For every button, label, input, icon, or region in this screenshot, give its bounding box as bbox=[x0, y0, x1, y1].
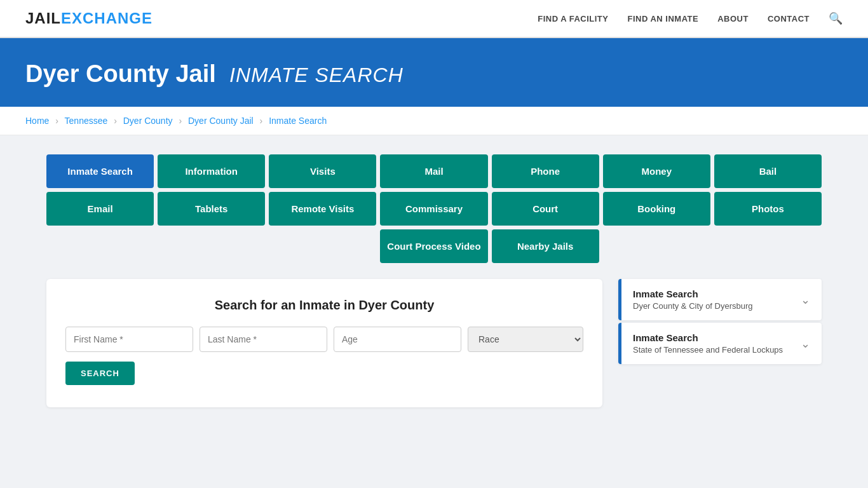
hero-title: Dyer County Jail bbox=[25, 60, 216, 87]
logo-exchange: EXCHANGE bbox=[61, 10, 153, 27]
sidebar-card-tennessee: Inmate Search State of Tennessee and Fed… bbox=[618, 323, 822, 364]
breadcrumb-dyer-county-jail[interactable]: Dyer County Jail bbox=[188, 116, 254, 126]
breadcrumb-dyer-county[interactable]: Dyer County bbox=[123, 116, 173, 126]
breadcrumb-sep-4: › bbox=[260, 116, 263, 126]
btn-money[interactable]: Money bbox=[603, 154, 710, 188]
sidebar-card-dyer-county-header[interactable]: Inmate Search Dyer County & City of Dyer… bbox=[618, 279, 822, 320]
breadcrumb-home[interactable]: Home bbox=[25, 116, 49, 126]
search-panel: Search for an Inmate in Dyer County Race… bbox=[46, 279, 602, 407]
btn-mail[interactable]: Mail bbox=[380, 154, 487, 188]
search-icon-button[interactable]: 🔍 bbox=[829, 11, 843, 25]
logo-jail: JAIL bbox=[25, 10, 61, 27]
btn-photos[interactable]: Photos bbox=[714, 192, 822, 226]
btn-email[interactable]: Email bbox=[46, 192, 154, 226]
search-button[interactable]: SEARCH bbox=[65, 362, 135, 385]
nav-links: FIND A FACILITY FIND AN INMATE ABOUT CON… bbox=[538, 11, 843, 25]
nav-buttons-row2: Email Tablets Remote Visits Commissary C… bbox=[46, 192, 822, 226]
breadcrumb-sep-3: › bbox=[179, 116, 182, 126]
btn-remote-visits[interactable]: Remote Visits bbox=[269, 192, 376, 226]
age-input[interactable] bbox=[334, 327, 461, 352]
btn-tablets[interactable]: Tablets bbox=[158, 192, 265, 226]
btn-court[interactable]: Court bbox=[492, 192, 599, 226]
nav-buttons-row1: Inmate Search Information Visits Mail Ph… bbox=[46, 154, 822, 188]
main-content: Inmate Search Information Visits Mail Ph… bbox=[21, 135, 847, 426]
sidebar: Inmate Search Dyer County & City of Dyer… bbox=[618, 279, 822, 367]
btn-phone[interactable]: Phone bbox=[492, 154, 599, 188]
breadcrumb-sep-1: › bbox=[55, 116, 58, 126]
sidebar-card-dyer-county-title: Inmate Search bbox=[633, 288, 753, 299]
btn-information[interactable]: Information bbox=[158, 154, 265, 188]
chevron-down-icon-2: ⌄ bbox=[801, 337, 810, 351]
hero-banner: Dyer County Jail INMATE SEARCH bbox=[0, 38, 868, 107]
sidebar-card-tennessee-text: Inmate Search State of Tennessee and Fed… bbox=[633, 332, 783, 355]
nav-contact[interactable]: CONTACT bbox=[768, 14, 810, 24]
breadcrumb-tennessee[interactable]: Tennessee bbox=[65, 116, 108, 126]
btn-bail[interactable]: Bail bbox=[714, 154, 822, 188]
first-name-input[interactable] bbox=[65, 327, 193, 352]
race-select[interactable]: Race White Black Hispanic Asian Other bbox=[468, 327, 583, 352]
last-name-input[interactable] bbox=[200, 327, 327, 352]
sidebar-card-dyer-county-text: Inmate Search Dyer County & City of Dyer… bbox=[633, 288, 753, 311]
nav-about[interactable]: ABOUT bbox=[717, 14, 749, 24]
btn-visits[interactable]: Visits bbox=[269, 154, 376, 188]
btn-nearby-jails[interactable]: Nearby Jails bbox=[492, 229, 599, 263]
breadcrumb-inmate-search[interactable]: Inmate Search bbox=[269, 116, 327, 126]
breadcrumb-sep-2: › bbox=[114, 116, 117, 126]
logo[interactable]: JAILEXCHANGE bbox=[25, 10, 153, 27]
sidebar-card-tennessee-header[interactable]: Inmate Search State of Tennessee and Fed… bbox=[618, 323, 822, 364]
hero-subtitle: INMATE SEARCH bbox=[229, 64, 403, 86]
chevron-down-icon-1: ⌄ bbox=[801, 293, 810, 307]
btn-commissary[interactable]: Commissary bbox=[380, 192, 487, 226]
btn-booking[interactable]: Booking bbox=[603, 192, 710, 226]
btn-inmate-search[interactable]: Inmate Search bbox=[46, 154, 154, 188]
sidebar-card-dyer-county: Inmate Search Dyer County & City of Dyer… bbox=[618, 279, 822, 320]
breadcrumb: Home › Tennessee › Dyer County › Dyer Co… bbox=[0, 107, 868, 135]
search-heading: Search for an Inmate in Dyer County bbox=[65, 298, 583, 313]
nav-buttons-row3: Court Process Video Nearby Jails bbox=[46, 229, 822, 263]
content-area: Search for an Inmate in Dyer County Race… bbox=[46, 279, 822, 407]
navbar: JAILEXCHANGE FIND A FACILITY FIND AN INM… bbox=[0, 0, 868, 38]
nav-find-inmate[interactable]: FIND AN INMATE bbox=[627, 14, 698, 24]
sidebar-card-tennessee-title: Inmate Search bbox=[633, 332, 783, 343]
nav-find-facility[interactable]: FIND A FACILITY bbox=[538, 14, 608, 24]
search-fields: Race White Black Hispanic Asian Other bbox=[65, 327, 583, 352]
page-title: Dyer County Jail INMATE SEARCH bbox=[25, 60, 843, 88]
sidebar-card-tennessee-subtitle: State of Tennessee and Federal Lockups bbox=[633, 345, 783, 355]
btn-court-process-video[interactable]: Court Process Video bbox=[380, 229, 487, 263]
sidebar-card-dyer-county-subtitle: Dyer County & City of Dyersburg bbox=[633, 301, 753, 311]
